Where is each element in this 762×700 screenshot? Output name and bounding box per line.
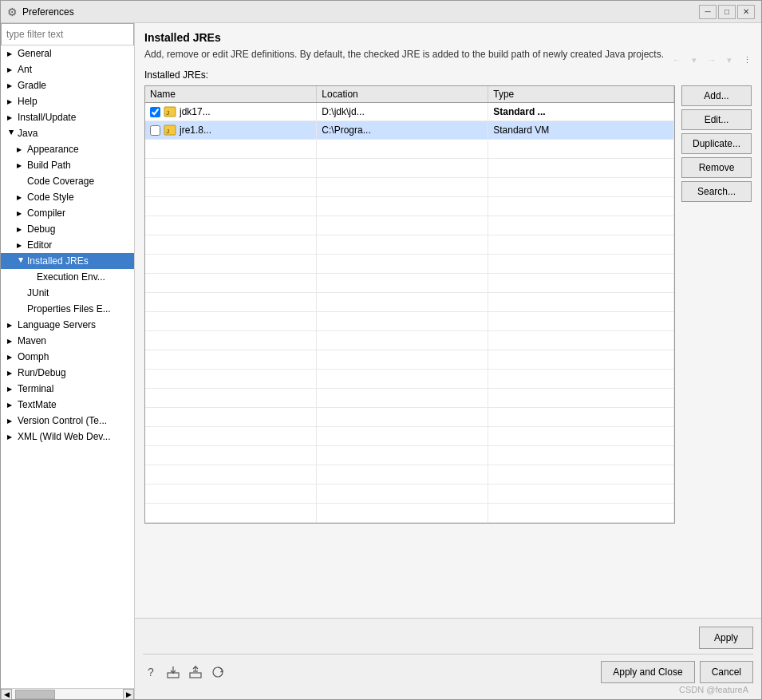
table-row-empty [145, 159, 674, 178]
sidebar-item-run-debug[interactable]: ▶ Run/Debug [1, 365, 134, 381]
jre-type-bold: Standard ... [493, 106, 545, 117]
apply-button[interactable]: Apply [699, 627, 753, 649]
bottom-bar: Apply ? [135, 618, 761, 699]
expand-arrow: ▶ [8, 129, 15, 137]
table-header-row: Name Location Type [145, 86, 674, 103]
sidebar-item-language-servers[interactable]: ▶ Language Servers [1, 317, 134, 333]
jre-type-cell: Standard VM [488, 121, 674, 140]
search-button[interactable]: Search... [681, 181, 752, 202]
sidebar-item-installed-jres[interactable]: ▶ Installed JREs [1, 253, 134, 269]
sidebar-item-gradle[interactable]: ▶ Gradle [1, 77, 134, 93]
jre-table: Name Location Type [145, 86, 674, 523]
duplicate-button[interactable]: Duplicate... [681, 133, 752, 154]
expand-arrow: ▶ [7, 338, 15, 345]
import-svg [188, 665, 203, 679]
table-row[interactable]: J jre1.8... C:\Progra... Standard VM [145, 121, 674, 140]
table-row-empty [145, 140, 674, 159]
remove-button[interactable]: Remove [681, 157, 752, 178]
sidebar-item-help[interactable]: ▶ Help [1, 93, 134, 109]
sidebar-item-build-path[interactable]: ▶ Build Path [1, 157, 134, 173]
expand-arrow: ▶ [7, 82, 15, 89]
table-row-empty [145, 178, 674, 197]
svg-text:J: J [166, 128, 169, 135]
sidebar-item-oomph[interactable]: ▶ Oomph [1, 349, 134, 365]
close-button[interactable]: ✕ [737, 5, 755, 19]
maximize-button[interactable]: □ [718, 5, 736, 19]
edit-button[interactable]: Edit... [681, 109, 752, 130]
table-row-empty [145, 504, 674, 523]
sidebar-item-java[interactable]: ▶ Java [1, 125, 134, 141]
title-bar-left: ⚙ Preferences [7, 6, 74, 18]
svg-rect-4 [168, 673, 179, 678]
sidebar-item-code-coverage[interactable]: ▶ Code Coverage [1, 173, 134, 189]
sidebar-item-version-control[interactable]: ▶ Version Control (Te... [1, 413, 134, 429]
expand-arrow: ▶ [17, 226, 25, 233]
expand-arrow: ▶ [17, 194, 25, 201]
expand-arrow: ▶ [7, 401, 15, 409]
sidebar-item-install-update[interactable]: ▶ Install/Update [1, 109, 134, 125]
scroll-right-button[interactable]: ▶ [123, 689, 134, 700]
row-check: J jre1.8... [150, 124, 311, 136]
sidebar-item-appearance[interactable]: ▶ Appearance [1, 141, 134, 157]
sidebar-item-code-style[interactable]: ▶ Code Style [1, 189, 134, 205]
sidebar-item-ant[interactable]: ▶ Ant [1, 61, 134, 77]
table-row-empty [145, 274, 674, 293]
panel-body: Installed JREs Add, remove or edit JRE d… [135, 23, 761, 618]
import-icon[interactable] [188, 664, 203, 680]
scroll-thumb[interactable] [15, 690, 55, 699]
minimize-button[interactable]: ─ [699, 5, 717, 19]
table-row-empty [145, 427, 674, 446]
cancel-button[interactable]: Cancel [700, 661, 753, 683]
sidebar: ▶ General ▶ Ant ▶ Gradle ▶ Help ▶ Inst [1, 23, 135, 699]
sidebar-item-maven[interactable]: ▶ Maven [1, 333, 134, 349]
expand-arrow: ▶ [7, 386, 15, 393]
sidebar-item-general[interactable]: ▶ General [1, 45, 134, 61]
sidebar-item-execution-env[interactable]: ▶ Execution Env... [1, 269, 134, 285]
jre-location-cell: C:\Progra... [317, 121, 488, 140]
table-row-empty [145, 255, 674, 274]
table-row-empty [145, 370, 674, 389]
help-icon[interactable]: ? [143, 664, 159, 680]
expand-arrow: ▶ [7, 322, 15, 329]
jre-checkbox[interactable] [150, 125, 160, 136]
sidebar-item-textmate[interactable]: ▶ TextMate [1, 397, 134, 413]
sidebar-item-xml-wild-web[interactable]: ▶ XML (Wild Web Dev... [1, 429, 134, 445]
add-button[interactable]: Add... [681, 85, 752, 106]
sidebar-item-terminal[interactable]: ▶ Terminal [1, 381, 134, 397]
sidebar-hscrollbar[interactable]: ◀ ▶ [1, 688, 135, 699]
table-row-empty [145, 216, 674, 235]
title-bar: ⚙ Preferences ─ □ ✕ [1, 1, 761, 23]
bottom-right-buttons: Apply and Close Cancel [601, 661, 753, 683]
jre-location-cell: D:\jdk\jd... [317, 103, 488, 121]
apply-row: Apply [143, 623, 753, 654]
expand-arrow: ▶ [17, 146, 25, 153]
jre-checkbox[interactable] [150, 107, 160, 117]
table-row-empty [145, 197, 674, 216]
sidebar-item-compiler[interactable]: ▶ Compiler [1, 205, 134, 221]
col-header-location: Location [317, 86, 488, 103]
table-row[interactable]: J jdk17... D:\jdk\jd... Standard ... [145, 103, 674, 121]
filter-input[interactable] [1, 23, 134, 45]
right-panel: ← ▾ → ▾ ⋮ Installed JREs Add, remove or … [135, 23, 761, 699]
preferences-window: ⚙ Preferences ─ □ ✕ ▶ General ▶ Ant [0, 0, 762, 700]
sidebar-item-junit[interactable]: ▶ JUnit [1, 285, 134, 301]
export-icon[interactable] [165, 664, 181, 680]
restore-icon[interactable] [210, 664, 226, 680]
col-header-type: Type [488, 86, 674, 103]
sidebar-item-debug[interactable]: ▶ Debug [1, 221, 134, 237]
section-label: Installed JREs: [144, 69, 752, 81]
bottom-buttons-row: ? [143, 654, 753, 683]
jre-name-cell: J jdk17... [145, 103, 317, 121]
sidebar-item-editor[interactable]: ▶ Editor [1, 237, 134, 253]
title-bar-buttons: ─ □ ✕ [699, 5, 755, 19]
expand-arrow: ▶ [7, 417, 15, 425]
panel-title: Installed JREs [144, 31, 752, 44]
expand-arrow: ▶ [7, 98, 15, 105]
scroll-left-button[interactable]: ◀ [1, 689, 12, 700]
apply-and-close-button[interactable]: Apply and Close [601, 661, 694, 683]
jre-table-wrapper: Name Location Type [144, 85, 675, 524]
sidebar-item-properties-files[interactable]: ▶ Properties Files E... [1, 301, 134, 317]
expand-arrow: ▶ [7, 114, 15, 121]
expand-arrow: ▶ [7, 433, 15, 441]
table-row-empty [145, 446, 674, 465]
